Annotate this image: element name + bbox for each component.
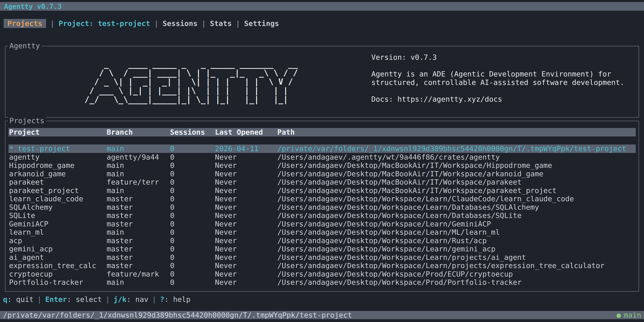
table-row[interactable]: * test-projectmain02026-04-11/private/va…	[8, 144, 636, 153]
table-row[interactable]: GeminiACPmaster0Never/Users/andagaev/Des…	[8, 220, 636, 228]
cell-path: /Users/andagaev/Desktop/MacBookAir/IT/Wo…	[277, 178, 522, 186]
table-row[interactable]: acpmaster0Never/Users/andagaev/Desktop/W…	[8, 236, 636, 245]
cell-path: /Users/andagaev/Desktop/Workspace/Learn/…	[277, 253, 526, 262]
cell-last-opened: Never	[215, 194, 237, 203]
cell-path: /Users/andagaev/Desktop/Workspace/Learn/…	[277, 220, 491, 228]
cell-project: SQLite	[9, 211, 35, 220]
cell-branch: main	[107, 278, 124, 286]
column-header-path: Path	[277, 128, 295, 136]
tab-project-test-project[interactable]: Project: test-project	[58, 19, 150, 28]
cell-last-opened: Never	[215, 153, 237, 162]
table-row[interactable]: Portfolio-trackermain0Never/Users/andaga…	[8, 278, 636, 286]
cell-path: /Users/andagaev/Desktop/MacBookAir/IT/Wo…	[277, 170, 544, 178]
tab-sessions[interactable]: Sessions	[162, 19, 198, 28]
title-bar: Agentty v0.7.3	[0, 2, 644, 11]
tab-projects[interactable]: Projects	[4, 19, 46, 28]
table-row[interactable]: expression_tree_calcmaster0Never/Users/a…	[8, 262, 636, 270]
cell-sessions: 0	[170, 228, 174, 236]
table-row[interactable]: learn_claude_codemaster0Never/Users/anda…	[8, 194, 636, 203]
cell-sessions: 0	[170, 178, 174, 186]
cell-branch: master	[107, 253, 133, 262]
cell-project: learn_claude_code	[9, 194, 83, 203]
cell-sessions: 0	[170, 186, 174, 195]
help-key: q	[3, 295, 8, 304]
tab-separator: |	[198, 19, 210, 28]
cell-project: parakeet	[9, 178, 44, 186]
cell-sessions: 0	[170, 211, 174, 220]
cell-path: /Users/andagaev/Desktop/MacBookAir/IT/Wo…	[277, 186, 556, 195]
help-separator: |	[148, 295, 160, 304]
help-key: ?	[160, 295, 164, 304]
cell-last-opened: 2026-04-11	[215, 144, 258, 153]
cell-last-opened: Never	[215, 186, 237, 195]
table-row[interactable]: SQLAlchemymaster0Never/Users/andagaev/De…	[8, 203, 636, 212]
cell-sessions: 0	[170, 236, 174, 245]
cell-sessions: 0	[170, 203, 174, 212]
app-title: Agentty v0.7.3	[4, 2, 62, 10]
table-row[interactable]: SQLitemaster0Never/Users/andagaev/Deskto…	[8, 211, 636, 220]
cell-path: /Users/andagaev/Desktop/Workspace/Learn/…	[277, 228, 500, 236]
table-row[interactable]: parakeetfeature/terr0Never/Users/andagae…	[8, 178, 636, 186]
column-header-project: Project	[9, 128, 40, 136]
cell-branch: main	[107, 170, 124, 178]
cell-sessions: 0	[170, 144, 174, 153]
table-row[interactable]: learn_mlmain0Never/Users/andagaev/Deskto…	[8, 228, 636, 236]
cell-last-opened: Never	[215, 236, 237, 245]
cell-last-opened: Never	[215, 270, 237, 278]
cell-branch: main	[107, 228, 124, 236]
cell-last-opened: Never	[215, 178, 237, 186]
about-info-line: Docs: https://agentty.xyz/docs	[371, 95, 624, 104]
column-header-branch: Branch	[107, 128, 133, 136]
about-info-line	[371, 86, 624, 95]
cell-path: /Users/andagaev/Desktop/MacBookAir/IT/Wo…	[277, 161, 552, 170]
cell-branch: master	[107, 194, 133, 203]
table-row[interactable]: parakeet_projectmain0Never/Users/andagae…	[8, 186, 636, 195]
help-bar: q: quit|Enter: select|j/k: nav|?: help	[3, 295, 190, 304]
cell-sessions: 0	[170, 245, 174, 253]
cell-path: /Users/andagaev/.agentty/wt/9a446f86/cra…	[277, 153, 500, 162]
cell-project: parakeet_project	[9, 186, 79, 195]
cell-project: expression_tree_calc	[9, 262, 96, 270]
about-info-line: structured, controllable AI-assisted sof…	[371, 78, 624, 87]
table-row[interactable]: gemini_acpmaster0Never/Users/andagaev/De…	[8, 245, 636, 253]
cell-last-opened: Never	[215, 170, 237, 178]
cell-branch: master	[107, 211, 133, 220]
cell-project: Portfolio-tracker	[9, 278, 83, 286]
status-path: /private/var/folders/_1/xdnwsnl929d389bh…	[3, 311, 352, 319]
cell-last-opened: Never	[215, 228, 237, 236]
help-desc: : nav	[126, 295, 148, 304]
cell-project: Hippodrome_game	[9, 161, 74, 170]
cell-path: /Users/andagaev/Desktop/Workspace/Learn/…	[277, 211, 522, 220]
cell-sessions: 0	[170, 170, 174, 178]
tab-bar: Projects|Project: test-project|Sessions|…	[4, 19, 279, 28]
cell-project: gemini_acp	[9, 245, 53, 253]
cell-branch: master	[107, 262, 133, 270]
table-row[interactable]: agenttyagentty/9a440Never/Users/andagaev…	[8, 153, 636, 162]
cell-project: agentty	[9, 153, 40, 162]
branch-status-dot-icon: ●	[617, 311, 621, 319]
cell-path: /Users/andagaev/Desktop/Workspace/Learn/…	[277, 236, 486, 245]
table-row[interactable]: arkanoid_gamemain0Never/Users/andagaev/D…	[8, 170, 636, 178]
cell-path: /Users/andagaev/Desktop/Workspace/Learn/…	[277, 203, 539, 212]
projects-panel: Projects ProjectBranchSessionsLast Opene…	[5, 121, 639, 292]
git-branch-indicator: ●main	[617, 311, 641, 319]
cell-branch: main	[107, 144, 124, 153]
cell-branch: master	[107, 203, 133, 212]
cell-branch: main	[107, 161, 124, 170]
tab-separator: |	[232, 19, 244, 28]
cell-last-opened: Never	[215, 220, 237, 228]
about-info-line: Version: v0.7.3	[371, 53, 624, 62]
table-row[interactable]: Hippodrome_gamemain0Never/Users/andagaev…	[8, 161, 636, 170]
help-separator: |	[102, 295, 114, 304]
cell-branch: feature/mark	[107, 270, 159, 278]
table-row[interactable]: cryptoecupfeature/mark0Never/Users/andag…	[8, 270, 636, 278]
cell-path: /Users/andagaev/Desktop/Workspace/Learn/…	[277, 245, 496, 253]
cell-path: /Users/andagaev/Desktop/Workspace/Learn/…	[277, 262, 604, 270]
tab-settings[interactable]: Settings	[244, 19, 279, 28]
table-row[interactable]: ai_agentmaster0Never/Users/andagaev/Desk…	[8, 253, 636, 262]
cell-path: /Users/andagaev/Desktop/Workspace/Prod/P…	[277, 278, 522, 286]
help-desc: : help	[164, 295, 190, 304]
cell-project: * test-project	[9, 144, 70, 153]
tab-stats[interactable]: Stats	[210, 19, 232, 28]
cell-project: SQLAlchemy	[9, 203, 53, 212]
